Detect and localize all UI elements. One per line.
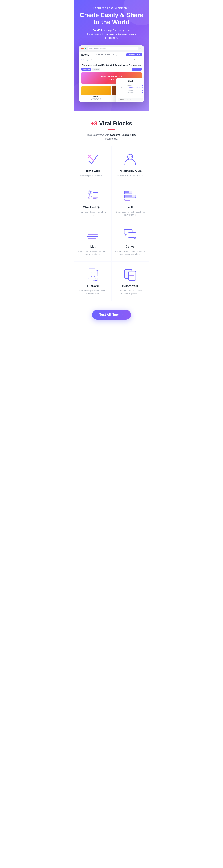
toolbar-switch-editor[interactable]: Switch to Draft [134,59,142,60]
bp-categories: Categories ▼ [118,92,143,93]
block-picker-title: Block [118,80,143,83]
feature-list: List Create your own viral list to share… [74,222,111,261]
browser-dots [81,48,86,49]
food-name-hotdog: Hot Dog [81,95,111,98]
poll-icon-wrap [123,188,137,203]
tab-options[interactable]: How to use [132,68,142,70]
feature-personality-quiz: Personality Quiz What type of person are… [112,147,149,183]
checklist-quiz-svg: ✱ ✱ [86,189,99,202]
feature-poll: Poll Create your own poll, never been ea… [112,183,149,222]
convo-desc: Create a dialogue that fits today's comm… [115,250,145,256]
personality-quiz-desc: What type of person are you? [117,174,143,177]
nav-entertainment: ENT [101,54,104,55]
checklist-quiz-icon-wrap: ✱ ✱ [86,188,100,203]
viral-underline-decoration [108,129,115,129]
personality-quiz-title: Personality Quiz [119,169,141,173]
newsy-logo: Newsy [81,53,89,56]
trivia-quiz-icon-wrap [86,152,100,166]
beforeafter-svg [124,268,137,281]
svg-line-19 [88,161,91,164]
browser-dot-green [85,48,86,49]
search-icon [139,48,142,50]
svg-point-24 [129,155,132,158]
convo-title: Convo [125,245,135,248]
list-icon-wrap [86,228,100,242]
toolbar-plus-icon[interactable]: + [81,59,82,61]
submit-for-review-button[interactable]: Submit for Review [126,53,142,56]
personality-quiz-icon-wrap [123,152,137,166]
bp-tags: Tags ▼ [118,94,143,96]
toolbar-italic-icon[interactable]: I [85,59,86,61]
flipcard-icon-wrap [86,267,100,282]
trivia-quiz-desc: What do you know about ...? [80,174,105,177]
feature-checklist-quiz: ✱ ✱ Checklist Quiz How much do you know … [74,183,111,222]
convo-icon-wrap [123,228,137,242]
quiz-tabs: Questions Results How to use [79,68,144,70]
food-card-hotdog: Hot Dog Bob Flynn Brow Result 1 - Over 9… [81,86,111,100]
hero-description: BuzzEditor brings Gutenberg editor funct… [86,29,137,40]
viral-blocks-section: +8 Viral Blocks Boots your views with aw… [74,111,149,146]
poll-svg [124,190,137,201]
poll-title: Poll [127,206,133,209]
newsy-navbar: Newsy NEWS ENT FUNNY CUTE QUIZ Submit fo… [79,52,144,58]
flipcard-desc: What's hiding on the other side? Click t… [78,289,108,295]
beforeafter-icon-wrap [123,267,137,282]
browser-bar: newsy.com/submit-post [79,45,144,52]
viral-description: Boots your views with awesome, unique & … [84,133,139,141]
test-all-now-button[interactable]: Test All Now → [92,310,131,319]
svg-rect-32 [125,191,129,193]
svg-point-23 [127,154,133,159]
viral-count: +8 [91,120,98,127]
toolbar-link-icon[interactable]: 🔗 [87,59,89,61]
block-picker-popup: Block Visibility ▼ Publish October 22, 2… [116,78,144,102]
beforeafter-desc: Create the perfect "before andafter" exp… [115,289,145,295]
list-svg [86,229,99,240]
svg-rect-43 [88,269,96,279]
svg-rect-35 [124,199,130,201]
hero-subtitle: FRONTEND POST SUBMISSION [79,7,144,9]
nav-funny: FUNNY [105,54,110,55]
svg-line-1 [141,49,141,49]
beforeafter-title: BeforeAfter [122,284,138,288]
checklist-quiz-desc: How much do you know about ...? [78,211,108,216]
browser-mockup: newsy.com/submit-post Newsy NEWS ENT FUN… [79,45,144,102]
article-title: This International Buffet Will Reveal Yo… [79,62,144,68]
browser-dot-red [81,48,82,49]
list-desc: Create your own viral list to share awes… [78,250,108,256]
block-search-input[interactable] [118,98,143,101]
personality-quiz-svg [124,153,137,165]
viral-heading: +8 Viral Blocks [79,120,144,127]
poll-desc: Create your own poll, never been easy li… [115,211,145,216]
toolbar-redo-icon[interactable]: ↪ [93,59,94,61]
nav-quiz: QUIZ [116,54,119,55]
nav-cute: CUTE [111,54,115,55]
tab-results[interactable]: Results [92,68,100,70]
feature-convo: Convo Create a dialogue that fits today'… [112,222,149,261]
editor-toolbar: + B I 🔗 ↩ ↪ Switch to Draft [79,58,144,62]
trivia-quiz-title: Trivia Quiz [86,169,100,173]
feature-trivia-quiz: Trivia Quiz What do you know about ...? [74,147,111,183]
browser-url-bar: newsy.com/submit-post [87,47,138,50]
browser-dot-yellow [83,48,84,49]
food-image-hotdog [81,86,111,95]
trivia-quiz-svg [86,153,99,165]
cta-section: Test All Now → [74,301,149,331]
checklist-quiz-title: Checklist Quiz [83,206,103,209]
svg-text:✱: ✱ [87,194,92,200]
svg-line-21 [88,155,94,161]
convo-svg [124,229,137,241]
food-credit-hotdog: Bob Flynn Brow [81,98,111,99]
bp-permalink: Permalink ▼ [118,89,143,91]
toolbar-undo-icon[interactable]: ↩ [90,59,91,61]
cta-button-label: Test All Now [99,313,118,317]
nav-news: NEWS [96,54,100,55]
cta-arrow-icon: → [120,313,124,317]
list-title: List [90,245,96,248]
flipcard-svg [86,268,99,281]
tab-questions[interactable]: Questions [81,68,91,70]
flipcard-title: FlipCard [87,284,99,288]
newsy-nav-links: NEWS ENT FUNNY CUTE QUIZ [96,54,119,55]
toolbar-bold-icon[interactable]: B [83,59,84,61]
hero-title: Create Easily & Share to the World [79,11,144,26]
bp-publish: Publish October 22, 2023 3:41 pm [118,87,143,89]
